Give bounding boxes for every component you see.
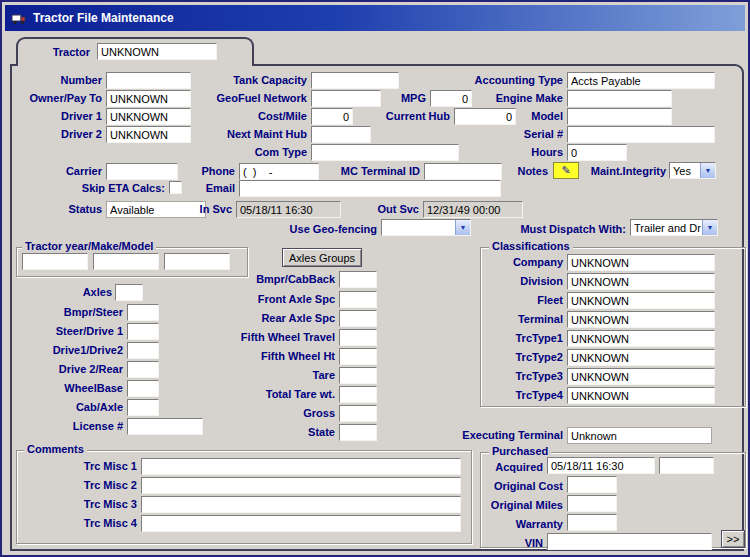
fleet-label: Fleet — [463, 294, 563, 307]
next-maint-hub-field[interactable] — [311, 126, 371, 143]
cost-mile-field[interactable] — [311, 108, 353, 125]
vin-field[interactable] — [547, 533, 712, 550]
wheelbase-field[interactable] — [127, 380, 159, 397]
number-field[interactable] — [106, 72, 191, 89]
skip-eta-checkbox[interactable] — [169, 181, 182, 194]
fifth-wheel-ht-field[interactable] — [339, 348, 377, 365]
acquired-field[interactable] — [547, 457, 655, 474]
front-axle-spc-field[interactable] — [339, 291, 377, 308]
driver2-label: Driver 2 — [32, 128, 102, 141]
original-cost-field[interactable] — [567, 476, 617, 493]
trc-misc2-field[interactable] — [141, 477, 461, 494]
state-label: State — [195, 426, 335, 439]
drive2-rear-field[interactable] — [127, 361, 159, 378]
state-field[interactable] — [339, 424, 377, 441]
license-label: License # — [22, 420, 123, 433]
phone-field[interactable] — [239, 163, 319, 180]
out-svc-label: Out Svc — [363, 203, 419, 216]
tractor-year-field[interactable] — [22, 253, 88, 270]
trctype1-label: TrcType1 — [463, 332, 563, 345]
trc-misc1-field[interactable] — [141, 458, 461, 475]
window: Tractor File Maintenance Tractor Number … — [0, 0, 750, 557]
trctype2-field[interactable] — [567, 349, 715, 366]
mpg-field[interactable] — [430, 90, 472, 107]
tank-capacity-label: Tank Capacity — [217, 74, 307, 87]
comments-group-label: Comments — [24, 443, 87, 455]
gross-field[interactable] — [339, 405, 377, 422]
bmpr-cabback-field[interactable] — [339, 271, 377, 288]
use-geofencing-select[interactable]: ▼ — [381, 219, 471, 236]
axles-field[interactable] — [115, 284, 143, 301]
notes-label: Notes — [507, 165, 548, 178]
chevron-down-icon[interactable]: ▼ — [702, 220, 717, 235]
out-svc-field — [423, 201, 523, 218]
email-field[interactable] — [239, 180, 501, 197]
tractor-make-field[interactable] — [93, 253, 159, 270]
total-tare-label: Total Tare wt. — [195, 388, 335, 401]
trctype3-field[interactable] — [567, 368, 715, 385]
executing-terminal-label: Executing Terminal — [443, 429, 563, 442]
current-hub-label: Current Hub — [370, 110, 450, 123]
chevron-down-icon[interactable]: ▼ — [455, 220, 470, 235]
axles-groups-button[interactable]: Axles Groups — [282, 248, 362, 267]
phone-label: Phone — [175, 165, 235, 178]
drive1-drive2-field[interactable] — [127, 342, 159, 359]
serial-field[interactable] — [567, 126, 715, 143]
license-field[interactable] — [127, 418, 203, 435]
com-type-field[interactable] — [311, 144, 459, 161]
in-svc-field — [236, 201, 341, 218]
fleet-field[interactable] — [567, 292, 715, 309]
carrier-field[interactable] — [106, 163, 178, 180]
original-miles-field[interactable] — [567, 495, 617, 512]
bmpr-steer-label: Bmpr/Steer — [22, 306, 123, 319]
notes-button[interactable]: ✎ — [553, 162, 579, 179]
tank-capacity-field[interactable] — [311, 72, 399, 89]
must-dispatch-value: Trailer and Drive — [634, 222, 701, 234]
rear-axle-spc-field[interactable] — [339, 310, 377, 327]
tractor-model-field[interactable] — [164, 253, 230, 270]
cost-mile-label: Cost/Mile — [237, 110, 307, 123]
fifth-wheel-travel-label: Fifth Wheel Travel — [195, 331, 335, 344]
maint-integrity-select[interactable]: Yes ▼ — [669, 162, 716, 179]
company-field[interactable] — [567, 254, 715, 271]
front-axle-spc-label: Front Axle Spc — [195, 293, 335, 306]
drive1-drive2-label: Drive1/Drive2 — [22, 344, 123, 357]
trctype4-field[interactable] — [567, 387, 715, 404]
hours-field[interactable] — [567, 144, 627, 161]
trc-misc4-label: Trc Misc 4 — [37, 517, 137, 530]
model-field[interactable] — [567, 108, 672, 125]
steer-drive1-field[interactable] — [127, 323, 159, 340]
tractor-id-field[interactable] — [97, 43, 217, 60]
trc-misc4-field[interactable] — [141, 515, 461, 532]
fifth-wheel-ht-label: Fifth Wheel Ht — [195, 350, 335, 363]
accounting-type-field[interactable] — [567, 72, 715, 89]
terminal-label: Terminal — [463, 313, 563, 326]
bmpr-steer-field[interactable] — [127, 304, 159, 321]
title-bar[interactable]: Tractor File Maintenance — [5, 5, 745, 31]
acquired-aux-field[interactable] — [659, 457, 714, 474]
chevron-down-icon[interactable]: ▼ — [700, 163, 715, 178]
trctype4-label: TrcType4 — [463, 389, 563, 402]
carrier-label: Carrier — [32, 165, 102, 178]
driver2-field[interactable] — [106, 126, 191, 143]
trctype1-field[interactable] — [567, 330, 715, 347]
mc-terminal-id-field[interactable] — [424, 163, 502, 180]
window-title: Tractor File Maintenance — [33, 11, 174, 25]
cab-axle-field[interactable] — [127, 399, 159, 416]
total-tare-field[interactable] — [339, 386, 377, 403]
gross-label: Gross — [195, 407, 335, 420]
fifth-wheel-travel-field[interactable] — [339, 329, 377, 346]
terminal-field[interactable] — [567, 311, 715, 328]
must-dispatch-select[interactable]: Trailer and Drive ▼ — [630, 219, 718, 236]
trc-misc3-field[interactable] — [141, 496, 461, 513]
more-button[interactable]: >> — [721, 530, 745, 548]
driver1-field[interactable] — [106, 108, 191, 125]
owner-pay-to-field[interactable] — [106, 90, 191, 107]
engine-make-field[interactable] — [567, 90, 672, 107]
warranty-field[interactable] — [567, 514, 617, 531]
geofuel-network-field[interactable] — [311, 90, 381, 107]
division-field[interactable] — [567, 273, 715, 290]
bmpr-cabback-label: Bmpr/CabBack — [195, 273, 335, 286]
tare-field[interactable] — [339, 367, 377, 384]
steer-drive1-label: Steer/Drive 1 — [22, 325, 123, 338]
